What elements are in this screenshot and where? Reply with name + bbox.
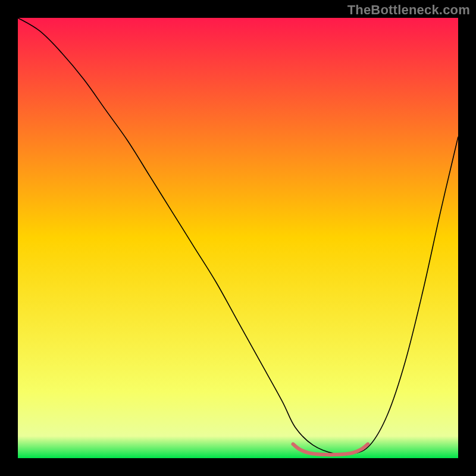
watermark-label: TheBottleneck.com [347,2,470,18]
chart-canvas [18,18,458,458]
chart-frame: TheBottleneck.com [0,0,476,476]
plot-area [18,18,458,458]
gradient-background [18,18,458,458]
